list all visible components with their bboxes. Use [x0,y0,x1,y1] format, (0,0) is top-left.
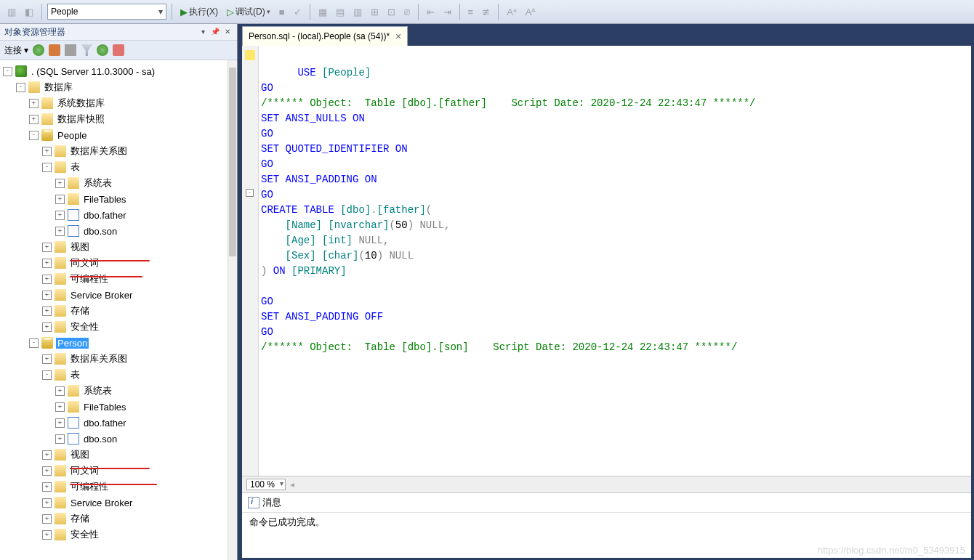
people-views-node[interactable]: +视图 [0,239,237,255]
messages-body: 命令已成功完成。 [242,513,971,558]
person-servicebroker-node[interactable]: +Service Broker [0,495,237,511]
zoom-combo[interactable]: 100 % [246,479,286,490]
people-programmability-node[interactable]: +可编程性 [0,271,237,287]
font-dec-button[interactable]: Aᵃ [504,5,520,19]
person-system-tables-node[interactable]: +系统表 [0,383,237,399]
person-father-table-node[interactable]: +dbo.father [0,415,237,431]
person-programmability-node[interactable]: +可编程性 [0,479,237,495]
system-databases-node[interactable]: +系统数据库 [0,95,237,111]
database-combo[interactable]: People [47,4,166,20]
filter-icon[interactable] [81,44,92,56]
disconnect-icon[interactable] [49,44,60,56]
toolbar-btn-1[interactable]: ▥ [4,5,19,19]
annotation-underline [70,260,150,261]
person-views-node[interactable]: +视图 [0,447,237,463]
messages-tab[interactable]: 消息 [242,493,971,513]
refresh-icon[interactable] [33,44,44,56]
stop-icon[interactable] [65,44,76,56]
comment-button[interactable]: ≡ [465,5,477,19]
info-icon [248,497,259,508]
person-synonyms-node[interactable]: +同义词 [0,463,237,479]
panel-close-button[interactable]: ✕ [222,27,233,37]
editor-gutter: - [242,46,259,476]
person-son-table-node[interactable]: +dbo.son [0,431,237,447]
person-security-node[interactable]: +安全性 [0,527,237,543]
stop-button[interactable]: ■ [276,5,288,19]
panel-dropdown-button[interactable]: ▾ [198,27,208,37]
person-db-node[interactable]: -Person [0,335,237,351]
tb-ico-4[interactable]: ⊞ [368,5,382,19]
person-filetables-node[interactable]: +FileTables [0,399,237,415]
uncomment-button[interactable]: ≢ [479,5,493,19]
people-db-node[interactable]: -People [0,127,237,143]
sync-icon[interactable] [97,44,108,56]
indent-dec-button[interactable]: ⇤ [424,5,438,19]
parse-button[interactable]: ✓ [291,5,305,19]
font-inc-button[interactable]: Aᴬ [523,5,539,19]
annotation-underline [70,484,157,485]
people-storage-node[interactable]: +存储 [0,303,237,319]
object-tree[interactable]: -. (SQL Server 11.0.3000 - sa) -数据库 +系统数… [0,60,237,545]
indent-inc-button[interactable]: ⇥ [440,5,454,19]
person-storage-node[interactable]: +存储 [0,511,237,527]
tb-ico-2[interactable]: ▤ [333,5,347,19]
person-diagrams-node[interactable]: +数据库关系图 [0,351,237,367]
tree-scrollbar[interactable] [228,60,237,560]
person-tables-node[interactable]: -表 [0,367,237,383]
people-filetables-node[interactable]: +FileTables [0,191,237,207]
debug-button[interactable]: ▷ 调试(D) ▾ [224,4,273,20]
report-icon[interactable] [113,44,124,56]
panel-title-text: 对象资源管理器 [4,26,65,38]
panel-titlebar: 对象资源管理器 ▾ 📌 ✕ [0,24,237,41]
messages-panel: 消息 命令已成功完成。 [242,492,971,558]
close-icon[interactable]: × [395,31,401,42]
sql-editor[interactable]: - USE [People] GO /****** Object: Table … [242,46,971,476]
editor-tabstrip: Person.sql - (local).People (sa (54))* × [238,24,974,46]
fold-minus-icon[interactable]: - [246,189,254,197]
panel-pin-button[interactable]: 📌 [210,27,220,37]
people-system-tables-node[interactable]: +系统表 [0,175,237,191]
tb-ico-1[interactable]: ▦ [315,5,330,19]
editor-panel: Person.sql - (local).People (sa (54))* ×… [242,34,971,558]
editor-tab-title: Person.sql - (local).People (sa (54))* [249,31,390,41]
editor-tab[interactable]: Person.sql - (local).People (sa (54))* × [242,26,408,46]
explorer-toolbar: 连接 ▾ [0,41,237,60]
toolbar-btn-2[interactable]: ◧ [22,5,36,19]
zoom-bar: 100 % ◂ [242,476,971,492]
tb-ico-5[interactable]: ⊡ [385,5,398,19]
people-servicebroker-node[interactable]: +Service Broker [0,287,237,303]
annotation-underline [70,468,150,469]
object-explorer-panel: 对象资源管理器 ▾ 📌 ✕ 连接 ▾ -. (SQL Server 11.0.3… [0,24,238,560]
main-toolbar: ▥ ◧ People ▶ 执行(X) ▷ 调试(D) ▾ ■ ✓ ▦ ▤ ▥ ⊞… [0,0,974,24]
server-node[interactable]: -. (SQL Server 11.0.3000 - sa) [0,63,237,79]
bookmark-icon [245,50,255,60]
people-security-node[interactable]: +安全性 [0,319,237,335]
connect-button[interactable]: 连接 ▾ [4,44,28,57]
people-tables-node[interactable]: -表 [0,159,237,175]
database-snapshots-node[interactable]: +数据库快照 [0,111,237,127]
messages-tab-label: 消息 [262,496,281,509]
tb-ico-3[interactable]: ▥ [350,5,365,19]
people-synonyms-node[interactable]: +同义词 [0,255,237,271]
annotation-underline [70,276,142,277]
people-diagrams-node[interactable]: +数据库关系图 [0,143,237,159]
tb-ico-6[interactable]: ⎚ [401,5,413,19]
people-son-table-node[interactable]: +dbo.son [0,223,237,239]
people-father-table-node[interactable]: +dbo.father [0,207,237,223]
execute-button[interactable]: ▶ 执行(X) [177,4,221,20]
databases-node[interactable]: -数据库 [0,79,237,95]
